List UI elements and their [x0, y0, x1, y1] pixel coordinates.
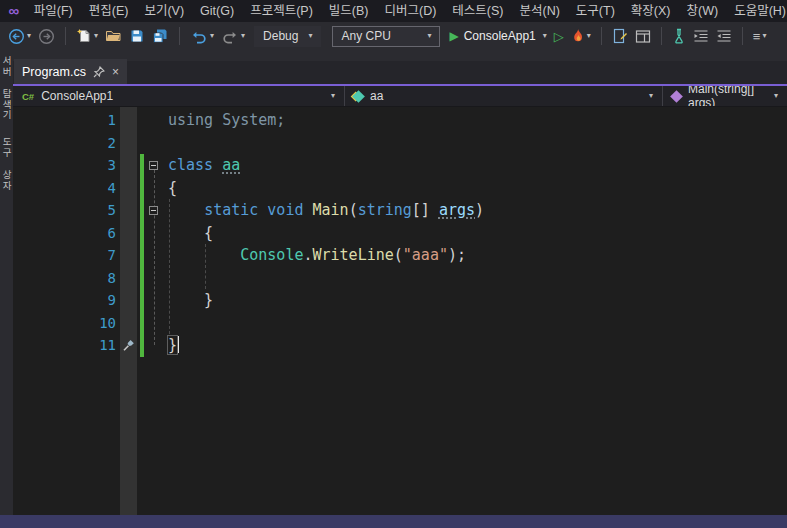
chevron-down-icon: ▾ [308, 32, 312, 40]
menu-v[interactable]: 보기(V) [136, 0, 192, 22]
start-without-debugging-button[interactable]: ▷ [552, 25, 566, 47]
side-tab-toolbox[interactable]: 도구 상자 [0, 137, 13, 191]
vs-window: ∞ 파일(F)편집(E)보기(V)Git(G)프로젝트(P)빌드(B)디버그(D… [0, 0, 787, 528]
glyph-margin[interactable] [120, 267, 137, 290]
navigate-forward-button[interactable] [36, 25, 57, 47]
project-dropdown[interactable]: C# ConsoleApp1 ▾ [13, 86, 345, 106]
solution-configuration-dropdown[interactable]: Debug ▾ [254, 26, 321, 47]
glyph-margin[interactable] [120, 132, 137, 155]
line-number[interactable]: 4 [13, 177, 116, 200]
menu-f[interactable]: 파일(F) [26, 0, 81, 22]
window-layout-button[interactable] [633, 25, 653, 47]
line-number[interactable]: 7 [13, 244, 116, 267]
save-all-button[interactable] [150, 25, 171, 47]
code-line[interactable]: 6 { [13, 222, 787, 245]
code-line[interactable]: 7 Console.WriteLine("aaa"); [13, 244, 787, 267]
menu-e[interactable]: 편집(E) [81, 0, 137, 22]
menu-d[interactable]: 디버그(D) [376, 0, 444, 22]
toolbar-options-button[interactable]: ≡ ▾ [751, 25, 769, 47]
chevron-down-icon: ▾ [427, 32, 431, 40]
undo-icon [190, 28, 208, 44]
navigation-bar: C# ConsoleApp1 ▾ aa ▾ Main(string[] args… [13, 86, 787, 107]
status-bar [0, 515, 787, 528]
chevron-down-icon: ▾ [774, 92, 778, 100]
menu-n[interactable]: 분석(N) [512, 0, 568, 22]
navigate-back-button[interactable]: ▾ [6, 25, 33, 47]
code-line[interactable]: 5 static void Main(string[] args) [13, 199, 787, 222]
test-beaker-button[interactable] [670, 25, 688, 47]
glyph-margin[interactable] [120, 289, 137, 312]
back-history-caret-icon[interactable]: ▾ [27, 32, 31, 40]
glyph-margin[interactable] [120, 244, 137, 267]
code-line[interactable]: 8 [13, 267, 787, 290]
line-number[interactable]: 10 [13, 312, 116, 335]
line-number[interactable]: 11 [13, 334, 116, 357]
menu-bar: ∞ 파일(F)편집(E)보기(V)Git(G)프로젝트(P)빌드(B)디버그(D… [0, 0, 787, 22]
outdent-lines-icon [716, 29, 732, 43]
menu-t[interactable]: 도구(T) [568, 0, 623, 22]
glyph-margin[interactable] [120, 109, 137, 132]
menu-s[interactable]: 테스트(S) [444, 0, 511, 22]
redo-history-caret-icon[interactable]: ▾ [241, 32, 245, 40]
line-number[interactable]: 2 [13, 132, 116, 155]
new-file-button[interactable]: ▾ [74, 25, 100, 47]
line-number[interactable]: 3 [13, 154, 116, 177]
menu-gitg[interactable]: Git(G) [192, 0, 242, 22]
type-dropdown[interactable]: aa ▾ [345, 86, 663, 106]
code-line[interactable]: 11} [13, 334, 787, 357]
fold-margin [144, 109, 164, 132]
save-button[interactable] [127, 25, 147, 47]
undo-history-caret-icon[interactable]: ▾ [210, 32, 214, 40]
code-line[interactable]: 2 [13, 132, 787, 155]
line-number[interactable]: 5 [13, 199, 116, 222]
solution-platform-value: Any CPU [341, 29, 390, 43]
side-tab-server-explorer[interactable]: 서버 탐색기 [0, 56, 13, 121]
menu-x[interactable]: 확장(X) [623, 0, 679, 22]
glyph-margin[interactable] [120, 222, 137, 245]
open-folder-icon [105, 28, 122, 44]
glyph-margin[interactable] [120, 177, 137, 200]
menu-h[interactable]: 도움말(H) [726, 0, 787, 22]
fold-margin [144, 154, 164, 177]
start-debugging-button[interactable]: ▶ ConsoleApp1 ▾ [447, 25, 548, 47]
menu-b[interactable]: 빌드(B) [321, 0, 377, 22]
line-number[interactable]: 1 [13, 109, 116, 132]
toolbar-separator [65, 27, 66, 45]
hot-reload-caret-icon[interactable]: ▾ [587, 32, 591, 40]
glyph-margin[interactable] [120, 199, 137, 222]
menu-p[interactable]: 프로젝트(P) [242, 0, 321, 22]
glyph-margin[interactable] [120, 154, 137, 177]
document-pencil-icon [612, 28, 628, 44]
line-number[interactable]: 9 [13, 289, 116, 312]
code-line[interactable]: 1using System; [13, 109, 787, 132]
member-dropdown[interactable]: Main(string[] args) ▾ [663, 86, 787, 106]
code-text [164, 267, 168, 290]
undo-button[interactable]: ▾ [188, 25, 216, 47]
code-line[interactable]: 9 } [13, 289, 787, 312]
redo-button[interactable]: ▾ [219, 25, 247, 47]
save-icon [129, 28, 145, 44]
solution-platform-dropdown[interactable]: Any CPU ▾ [332, 26, 440, 47]
pin-icon[interactable] [93, 66, 105, 78]
line-number[interactable]: 6 [13, 222, 116, 245]
quick-actions-icon[interactable] [122, 339, 135, 352]
code-line[interactable]: 4{ [13, 177, 787, 200]
collapse-region-icon[interactable] [149, 161, 158, 170]
code-line[interactable]: 3class aa [13, 154, 787, 177]
line-number[interactable]: 8 [13, 267, 116, 290]
code-editor[interactable]: 1using System;23class aa4{5 static void … [13, 107, 787, 515]
open-file-button[interactable] [103, 25, 124, 47]
collapse-region-icon[interactable] [149, 206, 158, 215]
start-options-caret-icon[interactable]: ▾ [543, 32, 547, 40]
code-line[interactable]: 10 [13, 312, 787, 335]
document-edit-button[interactable] [610, 25, 630, 47]
close-icon[interactable]: × [112, 66, 119, 78]
hot-reload-button[interactable]: ▾ [569, 25, 593, 47]
glyph-margin[interactable] [120, 334, 137, 357]
tab-program-cs[interactable]: Program.cs × [14, 59, 127, 84]
indent-button[interactable] [691, 25, 711, 47]
new-file-caret-icon[interactable]: ▾ [94, 32, 98, 40]
outdent-button[interactable] [714, 25, 734, 47]
menu-w[interactable]: 창(W) [679, 0, 727, 22]
glyph-margin[interactable] [120, 312, 137, 335]
